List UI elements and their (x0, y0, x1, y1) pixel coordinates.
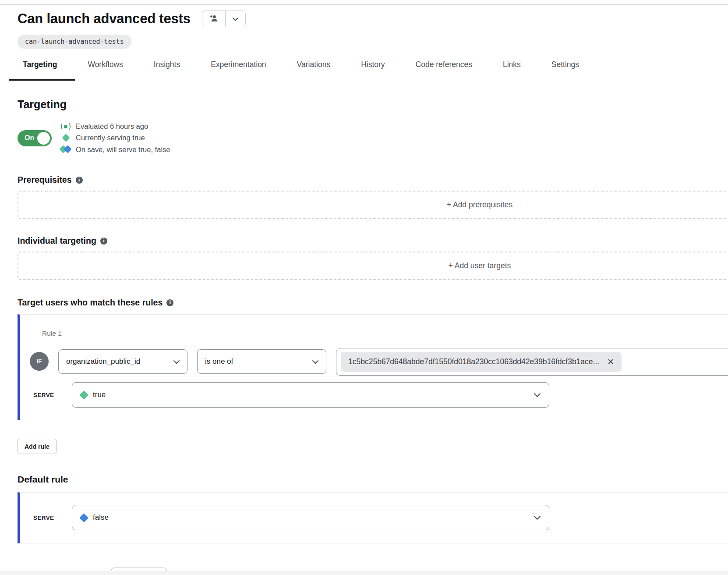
page-title: Can launch advanced tests (18, 11, 191, 27)
individual-targeting-title: Individual targeting (18, 236, 96, 246)
variation-true-icon (79, 390, 88, 399)
rules-header: Target users who match these rules i (18, 298, 728, 308)
if-badge: IF (30, 352, 49, 371)
remove-value-icon[interactable]: ✕ (607, 358, 614, 366)
flag-actions-dropdown-button[interactable] (225, 11, 245, 27)
attribute-select[interactable]: organization_public_id (58, 349, 187, 374)
default-rule-title: Default rule (18, 474, 728, 485)
rule-values-input[interactable]: 1c5bc25b67d648abde7df1550fd018a230cc1063… (336, 348, 728, 376)
chevron-down-icon (173, 357, 180, 366)
rule-serve-row: SERVE true (30, 382, 728, 408)
tab-targeting[interactable]: Targeting (23, 60, 57, 81)
tab-experimentation[interactable]: Experimentation (211, 60, 266, 81)
rule-card: Rule 1 IF organization_public_id is one … (18, 314, 728, 420)
tab-insights[interactable]: Insights (154, 60, 180, 81)
flag-actions-group (202, 11, 246, 27)
add-prerequisites-label[interactable]: + Add prerequisites (447, 200, 512, 209)
prerequisites-header: Prerequisites i (18, 175, 728, 185)
on-save-text: On save, will serve true, false (76, 146, 170, 154)
tab-code-references[interactable]: Code references (416, 60, 472, 81)
rule-serve-value: true (93, 390, 106, 399)
chevron-down-icon (534, 390, 541, 399)
operator-select-value: is one of (205, 357, 312, 366)
tab-links[interactable]: Links (503, 60, 521, 81)
live-evaluation-icon (60, 123, 72, 130)
chevron-down-icon (534, 513, 541, 522)
rules-info-icon[interactable]: i (166, 299, 173, 306)
tab-workflows[interactable]: Workflows (88, 60, 123, 81)
rule-value-text: 1c5bc25b67d648abde7df1550fd018a230cc1063… (348, 357, 599, 366)
evaluated-status-text: Evaluated 6 hours ago (76, 122, 148, 131)
variation-true-icon (60, 135, 72, 141)
on-save-line: On save, will serve true, false (60, 145, 170, 154)
rule-serve-select[interactable]: true (72, 382, 549, 408)
flag-status-row: On Evaluated 6 hours ago Currently servi… (18, 122, 728, 154)
rule-condition-row: IF organization_public_id is one of 1c5b… (30, 348, 728, 376)
currently-serving-text: Currently serving true (76, 134, 145, 142)
variation-false-icon (79, 513, 88, 522)
prerequisites-title: Prerequisites (18, 175, 72, 185)
flag-on-toggle[interactable]: On (18, 130, 52, 146)
default-serve-select[interactable]: false (72, 505, 549, 530)
targeting-section-title: Targeting (18, 98, 728, 111)
tab-history[interactable]: History (361, 60, 385, 81)
serve-label: SERVE (30, 392, 72, 398)
add-member-button[interactable] (202, 11, 225, 27)
add-user-targets-dropzone[interactable]: + Add user targets (18, 252, 728, 280)
person-add-icon (209, 14, 219, 24)
currently-serving-line: Currently serving true (60, 134, 170, 142)
prerequisites-info-icon[interactable]: i (76, 177, 83, 184)
default-rule-card: SERVE false (18, 492, 728, 543)
add-user-targets-label[interactable]: + Add user targets (449, 261, 511, 270)
rule-name: Rule 1 (42, 330, 728, 337)
individual-targeting-info-icon[interactable]: i (100, 238, 107, 245)
rules-title: Target users who match these rules (18, 298, 163, 308)
tab-bar: Targeting Workflows Insights Experimenta… (0, 60, 728, 81)
flag-header: Can launch advanced tests (0, 0, 728, 49)
chevron-down-icon (233, 16, 238, 22)
tab-settings[interactable]: Settings (551, 60, 579, 81)
rule-value-chip: 1c5bc25b67d648abde7df1550fd018a230cc1063… (341, 352, 622, 372)
flag-key-badge[interactable]: can-launch-advanced-tests (18, 35, 131, 49)
attribute-select-value: organization_public_id (66, 357, 173, 366)
status-lines: Evaluated 6 hours ago Currently serving … (60, 122, 170, 154)
chevron-down-icon (312, 357, 318, 366)
toggle-knob (37, 132, 50, 145)
bottom-strip (0, 571, 728, 575)
serve-label: SERVE (30, 515, 72, 521)
evaluated-status-line: Evaluated 6 hours ago (60, 122, 170, 131)
variation-true-false-icon (60, 145, 72, 154)
add-prerequisites-dropzone[interactable]: + Add prerequisites (18, 191, 728, 219)
top-divider (0, 4, 728, 5)
operator-select[interactable]: is one of (197, 349, 326, 374)
add-rule-button[interactable]: Add rule (18, 439, 57, 454)
toggle-state-label: On (25, 134, 34, 142)
individual-targeting-header: Individual targeting i (18, 236, 728, 246)
default-serve-row: SERVE false (30, 505, 728, 530)
tab-variations[interactable]: Variations (297, 60, 331, 81)
default-serve-value: false (93, 513, 109, 522)
